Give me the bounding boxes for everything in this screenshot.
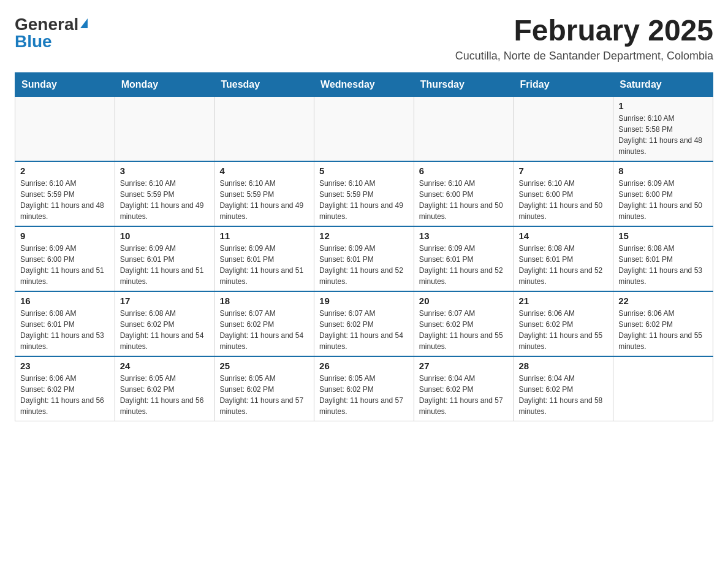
calendar-cell: 8Sunrise: 6:09 AM Sunset: 6:00 PM Daylig… bbox=[613, 161, 713, 226]
calendar-header-thursday: Thursday bbox=[414, 72, 514, 96]
calendar-header-friday: Friday bbox=[514, 72, 613, 96]
calendar-cell: 4Sunrise: 6:10 AM Sunset: 5:59 PM Daylig… bbox=[214, 161, 314, 226]
calendar-header-row: SundayMondayTuesdayWednesdayThursdayFrid… bbox=[15, 72, 713, 96]
calendar-cell: 24Sunrise: 6:05 AM Sunset: 6:02 PM Dayli… bbox=[115, 356, 214, 421]
day-info: Sunrise: 6:08 AM Sunset: 6:02 PM Dayligh… bbox=[120, 308, 210, 352]
title-block: February 2025 Cucutilla, Norte de Santan… bbox=[455, 15, 713, 63]
day-info: Sunrise: 6:06 AM Sunset: 6:02 PM Dayligh… bbox=[519, 308, 609, 352]
page-header: General Blue February 2025 Cucutilla, No… bbox=[15, 15, 713, 63]
day-number: 19 bbox=[319, 296, 409, 306]
day-info: Sunrise: 6:08 AM Sunset: 6:01 PM Dayligh… bbox=[519, 243, 609, 287]
day-info: Sunrise: 6:08 AM Sunset: 6:01 PM Dayligh… bbox=[20, 308, 110, 352]
day-info: Sunrise: 6:09 AM Sunset: 6:01 PM Dayligh… bbox=[120, 243, 210, 287]
month-title: February 2025 bbox=[455, 15, 713, 47]
day-number: 21 bbox=[519, 296, 609, 306]
day-number: 1 bbox=[618, 101, 708, 111]
calendar-cell: 12Sunrise: 6:09 AM Sunset: 6:01 PM Dayli… bbox=[314, 226, 414, 291]
location-subtitle: Cucutilla, Norte de Santander Department… bbox=[455, 50, 713, 63]
logo-blue-text: Blue bbox=[15, 32, 52, 52]
logo-triangle-icon bbox=[80, 18, 88, 28]
calendar-week-row: 16Sunrise: 6:08 AM Sunset: 6:01 PM Dayli… bbox=[15, 291, 713, 356]
day-info: Sunrise: 6:09 AM Sunset: 6:01 PM Dayligh… bbox=[419, 243, 509, 287]
day-info: Sunrise: 6:10 AM Sunset: 5:59 PM Dayligh… bbox=[20, 178, 110, 222]
calendar-cell bbox=[414, 96, 514, 161]
day-info: Sunrise: 6:07 AM Sunset: 6:02 PM Dayligh… bbox=[219, 308, 309, 352]
day-number: 26 bbox=[319, 361, 409, 371]
calendar-cell: 15Sunrise: 6:08 AM Sunset: 6:01 PM Dayli… bbox=[613, 226, 713, 291]
calendar-table: SundayMondayTuesdayWednesdayThursdayFrid… bbox=[15, 72, 713, 421]
calendar-cell: 22Sunrise: 6:06 AM Sunset: 6:02 PM Dayli… bbox=[613, 291, 713, 356]
day-info: Sunrise: 6:10 AM Sunset: 6:00 PM Dayligh… bbox=[519, 178, 609, 222]
day-number: 2 bbox=[20, 166, 110, 176]
calendar-week-row: 1Sunrise: 6:10 AM Sunset: 5:58 PM Daylig… bbox=[15, 96, 713, 161]
day-info: Sunrise: 6:07 AM Sunset: 6:02 PM Dayligh… bbox=[319, 308, 409, 352]
calendar-header-saturday: Saturday bbox=[613, 72, 713, 96]
calendar-cell: 3Sunrise: 6:10 AM Sunset: 5:59 PM Daylig… bbox=[115, 161, 214, 226]
calendar-cell bbox=[314, 96, 414, 161]
day-number: 24 bbox=[120, 361, 210, 371]
calendar-cell bbox=[613, 356, 713, 421]
day-number: 16 bbox=[20, 296, 110, 306]
day-info: Sunrise: 6:10 AM Sunset: 5:59 PM Dayligh… bbox=[120, 178, 210, 222]
day-number: 28 bbox=[519, 361, 609, 371]
day-number: 5 bbox=[319, 166, 409, 176]
day-info: Sunrise: 6:06 AM Sunset: 6:02 PM Dayligh… bbox=[20, 373, 110, 417]
calendar-cell: 2Sunrise: 6:10 AM Sunset: 5:59 PM Daylig… bbox=[15, 161, 115, 226]
day-number: 17 bbox=[120, 296, 210, 306]
day-number: 23 bbox=[20, 361, 110, 371]
day-number: 9 bbox=[20, 231, 110, 241]
day-info: Sunrise: 6:06 AM Sunset: 6:02 PM Dayligh… bbox=[618, 308, 708, 352]
day-number: 15 bbox=[618, 231, 708, 241]
calendar-cell: 17Sunrise: 6:08 AM Sunset: 6:02 PM Dayli… bbox=[115, 291, 214, 356]
calendar-cell: 10Sunrise: 6:09 AM Sunset: 6:01 PM Dayli… bbox=[115, 226, 214, 291]
calendar-cell: 14Sunrise: 6:08 AM Sunset: 6:01 PM Dayli… bbox=[514, 226, 613, 291]
calendar-week-row: 23Sunrise: 6:06 AM Sunset: 6:02 PM Dayli… bbox=[15, 356, 713, 421]
day-number: 12 bbox=[319, 231, 409, 241]
calendar-cell: 26Sunrise: 6:05 AM Sunset: 6:02 PM Dayli… bbox=[314, 356, 414, 421]
day-info: Sunrise: 6:10 AM Sunset: 5:58 PM Dayligh… bbox=[618, 113, 708, 157]
calendar-cell: 28Sunrise: 6:04 AM Sunset: 6:02 PM Dayli… bbox=[514, 356, 613, 421]
calendar-cell: 1Sunrise: 6:10 AM Sunset: 5:58 PM Daylig… bbox=[613, 96, 713, 161]
calendar-cell: 23Sunrise: 6:06 AM Sunset: 6:02 PM Dayli… bbox=[15, 356, 115, 421]
day-info: Sunrise: 6:04 AM Sunset: 6:02 PM Dayligh… bbox=[419, 373, 509, 417]
day-number: 22 bbox=[618, 296, 708, 306]
day-info: Sunrise: 6:09 AM Sunset: 6:00 PM Dayligh… bbox=[618, 178, 708, 222]
day-number: 11 bbox=[219, 231, 309, 241]
day-number: 27 bbox=[419, 361, 509, 371]
calendar-cell: 11Sunrise: 6:09 AM Sunset: 6:01 PM Dayli… bbox=[214, 226, 314, 291]
day-info: Sunrise: 6:10 AM Sunset: 5:59 PM Dayligh… bbox=[219, 178, 309, 222]
calendar-header-sunday: Sunday bbox=[15, 72, 115, 96]
day-number: 6 bbox=[419, 166, 509, 176]
calendar-cell: 27Sunrise: 6:04 AM Sunset: 6:02 PM Dayli… bbox=[414, 356, 514, 421]
day-number: 13 bbox=[419, 231, 509, 241]
day-number: 4 bbox=[219, 166, 309, 176]
day-number: 10 bbox=[120, 231, 210, 241]
calendar-cell bbox=[115, 96, 214, 161]
day-info: Sunrise: 6:10 AM Sunset: 5:59 PM Dayligh… bbox=[319, 178, 409, 222]
calendar-header-tuesday: Tuesday bbox=[214, 72, 314, 96]
calendar-cell bbox=[514, 96, 613, 161]
calendar-cell: 21Sunrise: 6:06 AM Sunset: 6:02 PM Dayli… bbox=[514, 291, 613, 356]
day-number: 3 bbox=[120, 166, 210, 176]
logo: General Blue bbox=[15, 15, 88, 52]
day-info: Sunrise: 6:04 AM Sunset: 6:02 PM Dayligh… bbox=[519, 373, 609, 417]
day-number: 8 bbox=[618, 166, 708, 176]
day-info: Sunrise: 6:05 AM Sunset: 6:02 PM Dayligh… bbox=[319, 373, 409, 417]
calendar-cell bbox=[15, 96, 115, 161]
calendar-cell: 9Sunrise: 6:09 AM Sunset: 6:00 PM Daylig… bbox=[15, 226, 115, 291]
day-info: Sunrise: 6:09 AM Sunset: 6:00 PM Dayligh… bbox=[20, 243, 110, 287]
calendar-cell: 5Sunrise: 6:10 AM Sunset: 5:59 PM Daylig… bbox=[314, 161, 414, 226]
day-info: Sunrise: 6:09 AM Sunset: 6:01 PM Dayligh… bbox=[319, 243, 409, 287]
day-number: 25 bbox=[219, 361, 309, 371]
day-number: 7 bbox=[519, 166, 609, 176]
calendar-cell: 25Sunrise: 6:05 AM Sunset: 6:02 PM Dayli… bbox=[214, 356, 314, 421]
calendar-week-row: 9Sunrise: 6:09 AM Sunset: 6:00 PM Daylig… bbox=[15, 226, 713, 291]
day-number: 18 bbox=[219, 296, 309, 306]
day-number: 14 bbox=[519, 231, 609, 241]
calendar-cell: 6Sunrise: 6:10 AM Sunset: 6:00 PM Daylig… bbox=[414, 161, 514, 226]
calendar-header-monday: Monday bbox=[115, 72, 214, 96]
calendar-cell: 13Sunrise: 6:09 AM Sunset: 6:01 PM Dayli… bbox=[414, 226, 514, 291]
day-info: Sunrise: 6:10 AM Sunset: 6:00 PM Dayligh… bbox=[419, 178, 509, 222]
calendar-cell: 20Sunrise: 6:07 AM Sunset: 6:02 PM Dayli… bbox=[414, 291, 514, 356]
calendar-cell: 19Sunrise: 6:07 AM Sunset: 6:02 PM Dayli… bbox=[314, 291, 414, 356]
